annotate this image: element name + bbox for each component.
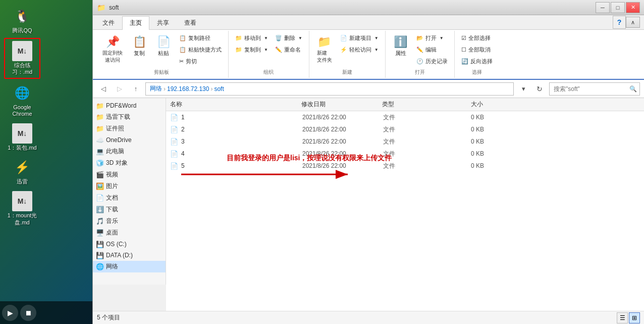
tab-view[interactable]: 查看 — [177, 16, 204, 29]
dropdown-button[interactable]: ▾ — [517, 82, 530, 96]
desktop-icon-md2[interactable]: M↓ 1：装包.md — [4, 121, 40, 153]
copy-to-chevron: ▼ — [264, 48, 268, 52]
sidebar-item-docs[interactable]: 📄 文档 — [93, 192, 166, 204]
history-icon: 🕐 — [416, 58, 423, 65]
up-button[interactable]: ↑ — [129, 82, 142, 96]
file-item-3[interactable]: 📄 3 2021/8/26 22:00 文件 0 KB — [166, 135, 644, 148]
copy-button[interactable]: 📋 复制 — [128, 33, 150, 60]
file-item-4[interactable]: 📄 4 2021/8/26 22:00 文件 0 KB — [166, 148, 644, 160]
sidebar-item-music[interactable]: 🎵 音乐 — [93, 215, 166, 227]
desktop-icon-chrome[interactable]: 🌐 Google Chrome — [4, 81, 40, 119]
sidebar-item-pdf[interactable]: 📁 PDF&Word — [93, 100, 166, 111]
taskbar-stop[interactable]: ⏹ — [20, 305, 36, 321]
sidebar-item-thispc[interactable]: 💻 此电脑 — [93, 146, 166, 157]
new-item-label: 新建项目 — [349, 34, 371, 42]
tab-share[interactable]: 共享 — [149, 16, 177, 29]
properties-button[interactable]: ℹ️ 属性 — [390, 33, 412, 60]
breadcrumb-soft[interactable]: soft — [214, 85, 224, 92]
back-button[interactable]: ◁ — [97, 82, 110, 96]
sidebar-item-desktop[interactable]: 🖥️ 桌面 — [93, 227, 166, 239]
move-to-button[interactable]: 📁移动到▼ — [233, 33, 271, 43]
grid-view-button[interactable]: ⊞ — [629, 312, 640, 323]
copy-path-button[interactable]: 📋复制路径 — [177, 33, 224, 43]
new-item-button[interactable]: 📄新建项目▼ — [338, 33, 381, 43]
desktop-icon-md3[interactable]: M↓ 1：mount光盘.md — [4, 189, 40, 227]
sidebar-item-video[interactable]: 🎬 视频 — [93, 169, 166, 180]
md3-icon: M↓ — [12, 191, 32, 211]
history-button[interactable]: 🕐历史记录 — [414, 56, 450, 67]
deselect-label: 全部取消 — [468, 46, 491, 54]
refresh-button[interactable]: ↻ — [533, 82, 546, 96]
desktop-icon-thunder[interactable]: ⚡ 迅雷 — [4, 155, 40, 187]
sidebar-item-pictures[interactable]: 🖼️ 图片 — [93, 180, 166, 192]
minimize-button[interactable]: ─ — [596, 2, 610, 13]
file-date-5: 2021/8/26 22:00 — [302, 162, 383, 169]
close-button[interactable]: ✕ — [626, 2, 640, 13]
tab-file[interactable]: 文件 — [95, 16, 122, 29]
3d-icon: 🧊 — [96, 159, 104, 167]
breadcrumb[interactable]: 网络 › 192.168.72.130 › soft — [145, 82, 514, 96]
search-input[interactable] — [549, 82, 640, 96]
desktop-icon-qq[interactable]: 🐧 腾讯QQ — [4, 4, 40, 36]
col-header-date[interactable]: 修改日期 — [301, 100, 382, 109]
col-header-type[interactable]: 类型 — [382, 100, 443, 109]
md-label: 综合练习：.md — [7, 62, 37, 75]
file-item-5[interactable]: 📄 5 2021/8/26 22:00 文件 0 KB — [166, 160, 644, 172]
cut-button[interactable]: ✂剪切 — [177, 56, 224, 67]
paste-button[interactable]: 📄 粘贴 — [152, 33, 175, 60]
md-icon: M↓ — [12, 41, 32, 61]
file-item-1[interactable]: 📄 1 2021/8/26 22:00 文件 0 KB — [166, 111, 644, 123]
music-icon: 🎵 — [96, 217, 104, 225]
desktop: 🐧 腾讯QQ M↓ 综合练习：.md 🌐 Google Chrome M↓ 1：… — [0, 0, 93, 324]
view-buttons: ☰ ⊞ — [617, 312, 640, 323]
cloud-icon: ☁️ — [96, 136, 104, 144]
sidebar-item-c[interactable]: 💾 OS (C:) — [93, 239, 166, 250]
taskbar-play[interactable]: ▶ — [2, 305, 18, 321]
col-header-size[interactable]: 大小 — [443, 100, 483, 109]
deselect-all-button[interactable]: ☐全部取消 — [459, 44, 495, 55]
open-chevron: ▼ — [440, 36, 444, 40]
pin-to-quickaccess-button[interactable]: 📌 固定到快速访问 — [99, 33, 126, 66]
video-icon: 🎬 — [96, 171, 104, 179]
invert-selection-button[interactable]: 🔄反向选择 — [459, 56, 495, 67]
sidebar-item-photo[interactable]: 📁 证件照 — [93, 123, 166, 134]
paste-shortcut-button[interactable]: 📋粘贴快捷方式 — [177, 44, 224, 55]
maximize-button[interactable]: □ — [611, 2, 625, 13]
sidebar-item-network[interactable]: 🌐 网络 — [93, 261, 166, 272]
col-header-name[interactable]: 名称 — [170, 100, 301, 109]
sidebar-item-d[interactable]: 💾 DATA (D:) — [93, 250, 166, 261]
help-button[interactable]: ? — [613, 16, 626, 29]
ribbon-collapse-button[interactable]: ∧ — [626, 17, 640, 28]
select-all-button[interactable]: ☑全部选择 — [459, 33, 495, 43]
sidebar-item-downloads[interactable]: ⬇️ 下载 — [93, 204, 166, 215]
open-button[interactable]: 📂打开▼ — [414, 33, 450, 43]
delete-button[interactable]: 🗑️删除▼ — [273, 33, 305, 43]
pictures-icon: 🖼️ — [96, 182, 104, 191]
detail-view-button[interactable]: ☰ — [617, 312, 628, 323]
delete-icon: 🗑️ — [275, 35, 282, 41]
copy-to-button[interactable]: 📁复制到▼ — [233, 44, 271, 55]
new-items-col: 📄新建项目▼ ⚡轻松访问▼ — [338, 33, 381, 55]
edit-button[interactable]: ✏️编辑 — [414, 44, 450, 55]
sidebar-item-thunder[interactable]: 📁 迅雷下载 — [93, 111, 166, 123]
easy-access-button[interactable]: ⚡轻松访问▼ — [338, 44, 381, 55]
desktop-icon-md[interactable]: M↓ 综合练习：.md — [4, 38, 40, 78]
sidebar-item-onedrive[interactable]: ☁️ OneDrive — [93, 134, 166, 146]
thunder-icon: ⚡ — [12, 157, 32, 177]
sidebar-network-label: 网络 — [106, 262, 118, 271]
file-item-2[interactable]: 📄 2 2021/8/26 22:00 文件 0 KB — [166, 123, 644, 135]
file-size-2: 0 KB — [444, 126, 484, 133]
sidebar-item-3d[interactable]: 🧊 3D 对象 — [93, 157, 166, 169]
deselect-icon: ☐ — [461, 47, 466, 53]
rename-button[interactable]: ✏️重命名 — [273, 44, 305, 55]
forward-button[interactable]: ▷ — [113, 82, 126, 96]
delete-chevron: ▼ — [298, 36, 302, 40]
breadcrumb-network[interactable]: 网络 — [150, 84, 162, 93]
tab-home[interactable]: 主页 — [122, 16, 149, 30]
sidebar: 📁 PDF&Word 📁 迅雷下载 📁 证件照 ☁️ OneDrive 💻 — [93, 98, 166, 285]
new-folder-button[interactable]: 📁 新建文件夹 — [313, 33, 336, 66]
new-content: 📁 新建文件夹 📄新建项目▼ ⚡轻松访问▼ — [313, 33, 381, 67]
file-name-5: 5 — [181, 162, 302, 169]
file-type-3: 文件 — [383, 137, 444, 146]
breadcrumb-ip[interactable]: 192.168.72.130 — [167, 85, 209, 92]
